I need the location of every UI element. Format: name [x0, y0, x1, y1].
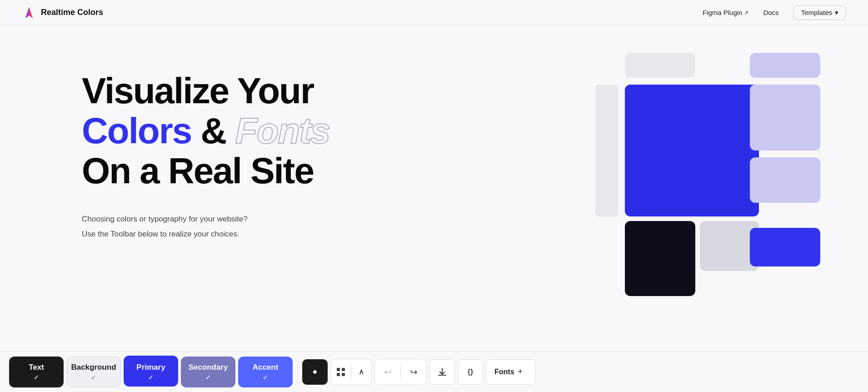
fonts-button[interactable]: Fonts +: [486, 359, 536, 385]
background-label: Background: [71, 363, 116, 372]
secondary-label: Secondary: [189, 363, 228, 372]
templates-label: Templates: [801, 9, 832, 16]
chevron-up-icon: ∧: [359, 367, 364, 376]
swatch-lavender-right-upper: [750, 85, 820, 151]
download-button[interactable]: [429, 359, 455, 385]
swatch-gray-thin: [595, 85, 618, 216]
brand-name: Realtime Colors: [41, 8, 103, 17]
hero-heading-line3: On a Real Site: [82, 151, 314, 191]
toolbar-text-button[interactable]: Text ✓: [9, 357, 64, 387]
swatch-lavender-right-lower: [750, 157, 820, 203]
hero-text: Visualize Your Colors & Fonts On a Real …: [82, 62, 400, 243]
logo-icon: [22, 5, 36, 20]
chevron-down-icon: ▾: [835, 9, 838, 17]
undo-icon: ↩: [384, 367, 392, 377]
swatch-grid: [595, 53, 832, 289]
grid-icon: [336, 367, 346, 377]
toolbar-background-button[interactable]: Background ✓: [66, 357, 121, 387]
fonts-plus-icon: +: [518, 367, 523, 377]
swatch-lavender-top-right: [750, 53, 820, 78]
hero-heading-fonts: Fonts: [235, 111, 330, 151]
secondary-check-icon: ✓: [205, 374, 211, 381]
svg-rect-3: [342, 373, 345, 376]
darkmode-toggle-button[interactable]: ●: [302, 359, 328, 385]
download-icon: [437, 367, 447, 377]
templates-button[interactable]: Templates ▾: [793, 5, 846, 20]
navbar-right: Figma Plugin ↗ Docs Templates ▾: [703, 5, 846, 20]
svg-rect-2: [337, 373, 340, 376]
text-label: Text: [29, 363, 44, 372]
figma-plugin-label: Figma Plugin: [703, 9, 743, 16]
hero-heading-ampersand: &: [191, 111, 235, 151]
hero-section: Visualize Your Colors & Fonts On a Real …: [0, 25, 868, 307]
grid-toggle-group: ∧: [330, 359, 372, 385]
color-display: [595, 53, 832, 289]
toolbar-secondary-button[interactable]: Secondary ✓: [181, 357, 235, 387]
code-button[interactable]: {}: [458, 359, 483, 385]
swatch-primary-large: [625, 85, 759, 216]
hero-heading: Visualize Your Colors & Fonts On a Real …: [82, 71, 400, 191]
svg-rect-0: [337, 368, 340, 371]
redo-icon: ↪: [410, 367, 418, 377]
toolbar-divider-1: [297, 361, 298, 383]
background-check-icon: ✓: [91, 374, 96, 381]
primary-label: Primary: [136, 363, 165, 372]
swatch-gray-top-left: [625, 53, 695, 78]
bracket-icon: {}: [468, 368, 473, 376]
toolbar-primary-button[interactable]: Primary ✓: [124, 356, 178, 387]
hero-subtext-1: Choosing colors or typography for your w…: [82, 213, 400, 226]
toolbar: Text ✓ Background ✓ Primary ✓ Secondary …: [0, 351, 868, 392]
docs-link[interactable]: Docs: [763, 9, 778, 16]
toolbar-accent-button[interactable]: Accent ✓: [238, 357, 293, 387]
swatch-accent-right: [750, 228, 820, 266]
sun-icon: ●: [313, 367, 318, 377]
navbar-brand: Realtime Colors: [22, 5, 103, 20]
chevron-up-button[interactable]: ∧: [351, 359, 371, 385]
docs-label: Docs: [763, 9, 778, 16]
text-check-icon: ✓: [34, 374, 39, 381]
accent-check-icon: ✓: [263, 374, 268, 381]
fonts-label: Fonts: [494, 368, 514, 376]
grid-icon-button[interactable]: [331, 359, 351, 385]
figma-plugin-link[interactable]: Figma Plugin ↗: [703, 9, 749, 16]
hero-heading-line1: Visualize Your: [82, 70, 314, 111]
hero-subtext-2: Use the Toolbar below to realize your ch…: [82, 228, 400, 241]
accent-label: Accent: [253, 363, 279, 372]
svg-rect-1: [342, 368, 345, 371]
primary-check-icon: ✓: [148, 374, 154, 381]
undo-redo-group: ↩ ↪: [374, 359, 427, 385]
hero-subtext: Choosing colors or typography for your w…: [82, 213, 400, 241]
hero-heading-colors: Colors: [82, 111, 191, 151]
navbar: Realtime Colors Figma Plugin ↗ Docs Temp…: [0, 0, 868, 25]
swatch-dark-block: [625, 221, 695, 296]
undo-button[interactable]: ↩: [375, 359, 400, 385]
redo-button[interactable]: ↪: [401, 359, 426, 385]
external-link-icon: ↗: [744, 10, 748, 16]
